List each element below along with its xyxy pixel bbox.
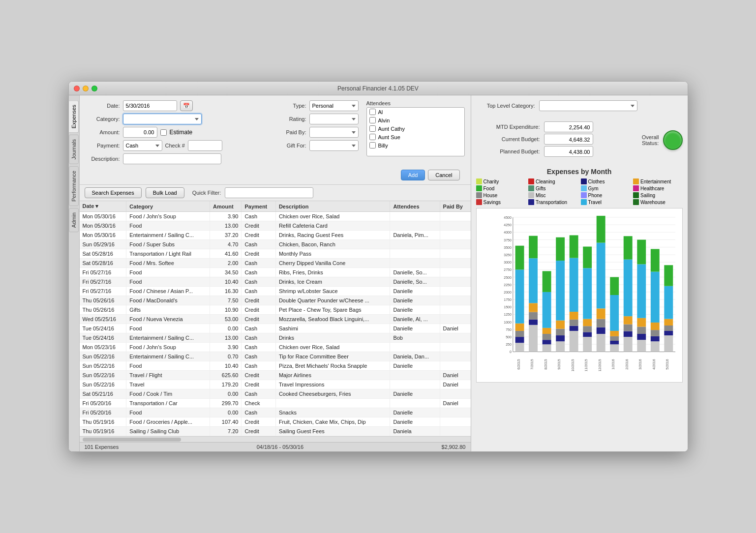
table-row[interactable]: Thu 05/26/16 Gifts 10.90 Credit Pet Plac… — [80, 305, 471, 315]
table-row[interactable]: Fri 05/27/16 Food / Chinese / Asian P...… — [80, 287, 471, 296]
legend-color — [633, 178, 639, 184]
sidebar-item-journals[interactable]: Journals — [69, 135, 79, 164]
cell-date: Sun 05/22/16 — [80, 371, 126, 380]
bar-segment — [515, 337, 524, 343]
app-window: Personal Financier 4.1.05 DEV Expenses J… — [68, 81, 688, 452]
table-row[interactable]: Fri 05/20/16 Food 0.00 Cash Snacks Danie… — [80, 408, 471, 417]
legend-label: Gym — [588, 186, 599, 191]
cell-attendees — [390, 240, 440, 249]
check-input[interactable] — [188, 140, 222, 151]
cell-amount: 179.20 — [210, 380, 242, 389]
col-amount[interactable]: Amount — [210, 201, 242, 212]
table-row[interactable]: Thu 05/26/16 Food / MacDonald's 7.50 Cre… — [80, 296, 471, 305]
svg-text:1000: 1000 — [504, 321, 512, 324]
right-panel: Top Level Category: MTD Expenditure: 2,2… — [471, 95, 688, 451]
legend-color — [528, 178, 534, 184]
table-row[interactable]: Fri 05/20/16 Transportation / Car 299.70… — [80, 399, 471, 408]
calendar-button[interactable]: 📅 — [180, 100, 193, 111]
overall-status: Overall Status: — [642, 130, 683, 150]
col-date[interactable]: Date ▾ — [80, 201, 126, 212]
cell-paidby: Daniel — [440, 371, 470, 380]
table-row[interactable]: Sun 05/22/16 Entertainment / Sailing C..… — [80, 352, 471, 361]
zoom-button[interactable] — [91, 86, 97, 91]
table-row[interactable]: Sun 05/29/16 Food / Super Subs 4.70 Cash… — [80, 240, 471, 249]
search-expenses-button[interactable]: Search Expenses — [85, 187, 142, 198]
payment-select[interactable]: Cash — [123, 140, 162, 151]
horizontal-scrollbar[interactable] — [80, 436, 471, 442]
cell-paidby: Daniel — [440, 324, 470, 333]
table-row[interactable]: Tue 05/24/16 Entertainment / Sailing C..… — [80, 333, 471, 343]
sidebar-item-performance[interactable]: Performance — [69, 166, 79, 206]
cell-paidby: Daniel — [440, 380, 470, 389]
col-description[interactable]: Description — [275, 201, 390, 212]
col-payment[interactable]: Payment — [242, 201, 275, 212]
expenses-table-container[interactable]: Date ▾ Category Amount Payment Descripti… — [80, 201, 471, 436]
traffic-lights — [74, 86, 97, 91]
rating-select[interactable] — [309, 114, 359, 124]
add-button[interactable]: Add — [401, 170, 425, 180]
main-layout: Expenses Journals Performance Admin Date… — [69, 95, 688, 451]
minimize-button[interactable] — [83, 86, 89, 91]
bar-segment — [664, 331, 673, 335]
table-row[interactable]: Fri 05/27/16 Food 34.50 Cash Ribs, Fries… — [80, 268, 471, 277]
bar-segment — [623, 331, 632, 337]
cell-paidby — [440, 427, 470, 436]
table-row[interactable]: Sun 05/22/16 Travel 179.20 Credit Travel… — [80, 380, 471, 389]
date-input[interactable] — [123, 100, 177, 111]
close-button[interactable] — [74, 86, 80, 91]
table-row[interactable]: Fri 05/27/16 Food 10.40 Cash Drinks, Ice… — [80, 277, 471, 287]
bar-segment — [664, 265, 673, 286]
table-row[interactable]: Thu 05/19/16 Sailing / Sailing Club 7.20… — [80, 427, 471, 436]
estimate-label: Estimate — [170, 129, 193, 136]
status-circle — [663, 130, 683, 150]
paidby-select[interactable] — [309, 127, 359, 138]
description-input[interactable] — [123, 153, 221, 164]
giftfor-select[interactable] — [309, 140, 359, 151]
cell-payment: Cash — [242, 389, 275, 399]
sidebar-item-expenses[interactable]: Expenses — [69, 100, 79, 133]
table-row[interactable]: Wed 05/25/16 Food / Nueva Venezia 53.00 … — [80, 315, 471, 324]
cell-paidby — [440, 296, 470, 305]
table-row[interactable]: Sun 05/22/16 Travel / Flight 625.60 Cred… — [80, 371, 471, 380]
sidebar-item-admin[interactable]: Admin — [69, 208, 79, 232]
bar-segment — [637, 264, 646, 318]
col-paidby[interactable]: Paid By — [440, 201, 470, 212]
table-row[interactable]: Mon 05/30/16 Entertainment / Sailing C..… — [80, 231, 471, 240]
cancel-button[interactable]: Cancel — [428, 170, 459, 180]
quick-filter-input[interactable] — [225, 187, 313, 198]
table-row[interactable]: Thu 05/19/16 Food / Groceries / Apple...… — [80, 417, 471, 427]
cell-payment: Credit — [242, 417, 275, 427]
cell-description: Drinks — [275, 333, 390, 343]
cell-attendees: Danielle — [390, 324, 440, 333]
col-category[interactable]: Category — [126, 201, 210, 212]
top-category-select[interactable] — [539, 100, 637, 111]
cell-category: Travel / Flight — [126, 371, 210, 380]
svg-text:3/2016: 3/2016 — [638, 359, 642, 369]
legend-item: Clothes — [581, 178, 631, 184]
table-row[interactable]: Sun 05/22/16 Food 10.40 Cash Pizza, Bret… — [80, 361, 471, 371]
bar-chart: 0250500750100012501500175020002250250027… — [494, 212, 680, 379]
table-row[interactable]: Tue 05/24/16 Food 0.00 Cash Sashimi Dani… — [80, 324, 471, 333]
category-label: Category: — [86, 116, 120, 122]
table-row[interactable]: Mon 05/30/16 Food 13.00 Credit Refill Ca… — [80, 221, 471, 231]
chart-area: 0250500750100012501500175020002250250027… — [476, 208, 683, 383]
cell-amount: 37.20 — [210, 231, 242, 240]
table-row[interactable]: Mon 05/23/16 Food / John's Soup 3.90 Cas… — [80, 343, 471, 352]
cell-attendees: Danielle — [390, 361, 440, 371]
table-row[interactable]: Sat 05/21/16 Food / Cook / Tim 0.00 Cash… — [80, 389, 471, 399]
check-label: Check # — [165, 143, 185, 148]
type-select[interactable]: Personal — [309, 100, 359, 111]
table-row[interactable]: Mon 05/30/16 Food / John's Soup 3.90 Cas… — [80, 212, 471, 221]
bar-segment — [610, 295, 619, 331]
category-select[interactable] — [123, 114, 202, 124]
bulk-load-button[interactable]: Bulk Load — [146, 187, 184, 198]
table-row[interactable]: Sat 05/28/16 Food / Mrs. Softee 2.00 Cas… — [80, 259, 471, 268]
legend-label: Gifts — [536, 186, 546, 191]
cell-date: Mon 05/30/16 — [80, 212, 126, 221]
table-row[interactable]: Sat 05/28/16 Transportation / Light Rail… — [80, 249, 471, 259]
cell-date: Mon 05/23/16 — [80, 343, 126, 352]
amount-input[interactable] — [123, 127, 157, 138]
estimate-checkbox[interactable] — [160, 129, 167, 136]
col-attendees[interactable]: Attendees — [390, 201, 440, 212]
svg-text:7/2015: 7/2015 — [530, 359, 534, 369]
